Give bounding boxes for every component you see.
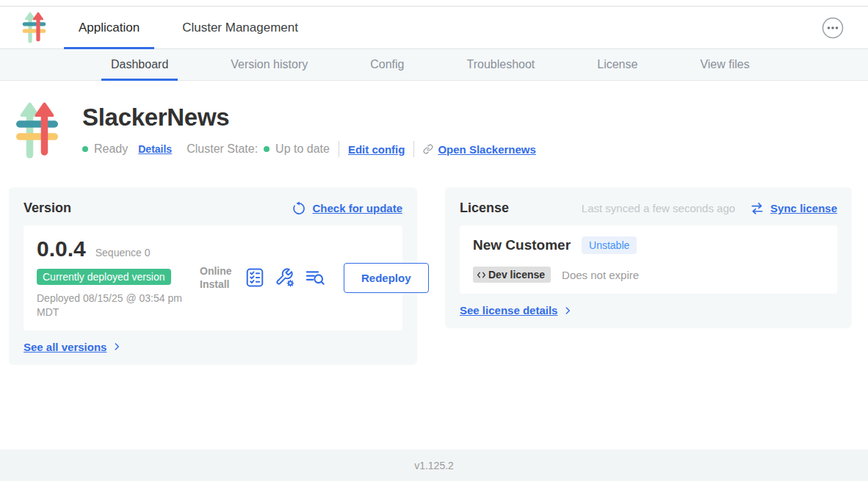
header-tabs: Application Cluster Management	[64, 7, 313, 48]
subnav-troubleshoot[interactable]: Troubleshoot	[457, 49, 544, 80]
app-status-label: Ready	[94, 142, 128, 156]
app-title-block: SlackerNews Ready Details Cluster State:…	[0, 81, 868, 161]
version-number: 0.0.4	[37, 236, 86, 261]
tab-cluster-management[interactable]: Cluster Management	[167, 7, 313, 48]
subnav-version-history[interactable]: Version history	[221, 49, 317, 80]
customer-name: New Customer	[473, 237, 571, 253]
license-expiration: Does not expire	[562, 269, 639, 281]
license-type-label: Dev license	[488, 269, 545, 281]
subnav-config[interactable]: Config	[361, 49, 413, 80]
view-deploy-logs-icon[interactable]	[305, 267, 325, 288]
version-card-title: Version	[23, 200, 71, 216]
header-spacer	[313, 7, 821, 48]
install-type-label: Online Install	[200, 264, 235, 291]
top-strip	[0, 0, 868, 7]
chevron-right-icon	[563, 305, 573, 316]
cluster-state-label: Cluster State:	[187, 142, 258, 156]
app-subnav: Dashboard Version history Config Trouble…	[0, 49, 868, 81]
edit-config-link[interactable]: Edit config	[348, 143, 405, 156]
last-synced-label: Last synced a few seconds ago	[582, 202, 735, 214]
license-type-badge: Dev license	[473, 267, 551, 283]
slackernews-logo-icon	[22, 12, 46, 44]
license-card: License Last synced a few seconds ago Sy…	[445, 187, 852, 328]
deployed-status-badge: Currently deployed version	[37, 269, 171, 285]
sync-icon	[750, 201, 764, 216]
license-details-panel: New Customer Unstable Dev license Does n…	[460, 225, 837, 294]
cluster-state-dot	[264, 146, 270, 152]
divider	[413, 141, 414, 157]
check-for-update-link[interactable]: Check for update	[312, 202, 402, 214]
tab-application[interactable]: Application	[64, 7, 154, 48]
admin-console-screen: Application Cluster Management Dashboard…	[0, 0, 868, 481]
current-version-panel: 0.0.4 Sequence 0 Currently deployed vers…	[23, 225, 402, 330]
see-license-details-link[interactable]: See license details	[460, 304, 557, 317]
subnav-dashboard[interactable]: Dashboard	[101, 49, 178, 80]
console-footer: v1.125.2	[0, 449, 868, 481]
sync-license-link[interactable]: Sync license	[770, 202, 837, 214]
subnav-license[interactable]: License	[587, 49, 647, 80]
chevron-right-icon	[112, 341, 122, 352]
version-card: Version Check for update 0.0.4 Sequence …	[9, 187, 417, 365]
preflight-checks-icon[interactable]	[245, 267, 265, 288]
page-title: SlackerNews	[82, 104, 536, 131]
code-brackets-icon	[477, 270, 486, 280]
refresh-icon	[292, 201, 306, 216]
subnav-view-files[interactable]: View files	[690, 49, 759, 80]
see-all-versions-link[interactable]: See all versions	[23, 341, 106, 353]
overflow-menu-button[interactable]	[821, 16, 845, 40]
channel-badge: Unstable	[582, 236, 637, 254]
console-version: v1.125.2	[414, 460, 454, 471]
config-tools-icon[interactable]	[275, 267, 295, 288]
app-status-dot	[82, 146, 88, 152]
open-slackernews-link[interactable]: Open Slackernews	[438, 143, 535, 156]
chain-link-icon	[423, 144, 433, 154]
deployed-timestamp: Deployed 08/15/25 @ 03:54 pm MDT	[37, 292, 197, 319]
app-status-row: Ready Details Cluster State: Up to date …	[82, 141, 536, 157]
status-details-link[interactable]: Details	[138, 143, 172, 155]
ellipsis-icon	[821, 16, 845, 40]
license-card-title: License	[460, 200, 509, 216]
cluster-state-value: Up to date	[275, 142, 330, 156]
redeploy-button[interactable]: Redeploy	[344, 263, 429, 293]
app-header-bar: Application Cluster Management	[0, 7, 868, 49]
slackernews-app-logo	[16, 101, 58, 161]
dashboard-cards: Version Check for update 0.0.4 Sequence …	[0, 161, 868, 365]
divider	[339, 141, 339, 157]
sequence-label: Sequence 0	[95, 247, 151, 258]
